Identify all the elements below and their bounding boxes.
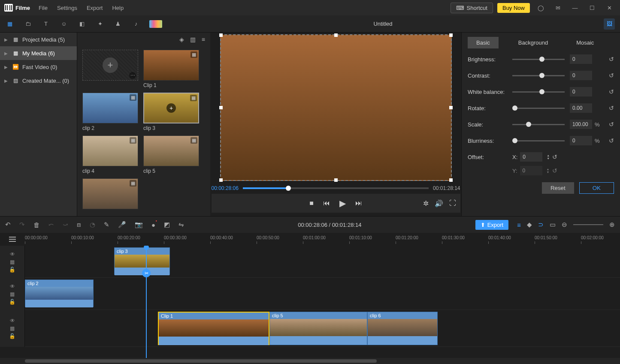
crop-icon[interactable]: ⧈ <box>77 221 81 229</box>
resize-handle[interactable] <box>334 178 338 182</box>
play-icon[interactable]: ▶ <box>339 198 346 208</box>
lock-icon[interactable]: 🔓 <box>9 333 15 339</box>
timeline-clip[interactable]: clip 2 <box>25 280 94 307</box>
minimize-icon[interactable]: — <box>569 1 581 14</box>
tab-mosaic[interactable]: Mosaic <box>568 37 602 48</box>
contrast-slider[interactable] <box>512 75 565 76</box>
offset-y-input[interactable] <box>520 166 542 175</box>
eye-icon[interactable]: 👁 <box>10 283 15 289</box>
menu-help[interactable]: Help <box>112 5 124 11</box>
audio-tool-icon[interactable]: ♪ <box>131 19 141 29</box>
color-icon[interactable]: ✎ <box>104 221 109 229</box>
sidebar-item-project-media[interactable]: ▶ ▦ Project Media (5) <box>0 33 77 46</box>
scissor-icon[interactable]: ✂ <box>142 269 151 277</box>
volume-icon[interactable]: 🔊 <box>435 199 443 208</box>
lock-icon[interactable]: 🔓 <box>9 299 15 305</box>
add-icon[interactable]: + <box>103 57 118 73</box>
timeline-scrollbar[interactable] <box>0 358 620 364</box>
split-right-icon[interactable]: ⤻ <box>63 221 68 229</box>
media-thumbnail[interactable]: ▦Clip 1 <box>143 50 199 88</box>
rotate-input[interactable] <box>570 103 592 113</box>
maximize-icon[interactable]: ☐ <box>586 1 599 14</box>
user-icon[interactable]: ◯ <box>534 1 547 14</box>
rotate-slider[interactable] <box>512 108 565 109</box>
mail-icon[interactable]: ✉ <box>551 1 564 14</box>
marker-icon[interactable]: ◆ <box>527 221 532 229</box>
tab-basic[interactable]: Basic <box>468 37 499 48</box>
pip-icon[interactable]: ◩ <box>164 221 170 229</box>
media-thumbnail[interactable]: +▦clip 3 <box>143 93 199 131</box>
spinner-icon[interactable]: ▲▼ <box>547 168 550 174</box>
more-icon[interactable]: ⋯ <box>129 72 136 79</box>
media-tool-icon[interactable]: ▦ <box>5 19 15 29</box>
offset-x-input[interactable] <box>520 152 542 162</box>
split-left-icon[interactable]: ⤺ <box>48 221 54 229</box>
resize-handle[interactable] <box>449 178 453 182</box>
whitebalance-input[interactable] <box>570 87 592 96</box>
media-thumbnail[interactable]: +⋯ <box>82 50 138 88</box>
timeline-ruler[interactable]: 00:00:00:0000:00:10:0000:00:20:0000:00:3… <box>25 233 620 246</box>
timeline-clip[interactable]: clip 5 <box>269 312 367 345</box>
zoom-slider[interactable] <box>573 224 603 225</box>
timeline-clip[interactable]: clip 3 <box>114 247 170 275</box>
brightness-input[interactable] <box>570 54 592 64</box>
align-icon[interactable]: ≡ <box>517 221 521 229</box>
media-thumbnail[interactable]: ▦clip 2 <box>82 93 138 131</box>
mic-icon[interactable]: 🎤 <box>118 221 126 229</box>
media-thumbnail[interactable]: ▦clip 4 <box>82 135 138 174</box>
reset-icon[interactable]: ↺ <box>609 88 614 95</box>
reset-icon[interactable]: ↺ <box>609 56 614 63</box>
sort-icon[interactable]: ≡ <box>202 36 205 43</box>
reset-icon[interactable]: ↺ <box>609 121 614 128</box>
redo-icon[interactable]: ↷ <box>19 221 25 229</box>
scale-input[interactable] <box>570 120 592 129</box>
resize-handle[interactable] <box>449 106 453 109</box>
spinner-icon[interactable]: ▲▼ <box>547 154 550 160</box>
eye-icon[interactable]: 👁 <box>10 251 15 257</box>
resize-handle[interactable] <box>219 178 223 182</box>
text-tool-icon[interactable]: T <box>41 19 51 29</box>
eye-icon[interactable]: 👁 <box>10 318 15 324</box>
mirror-icon[interactable]: ⇋ <box>178 221 184 229</box>
close-icon[interactable]: ✕ <box>603 1 616 14</box>
media-thumbnail[interactable]: ▦ <box>82 178 138 211</box>
media-thumbnail[interactable]: ▦clip 5 <box>143 135 199 174</box>
reset-icon[interactable]: ↺ <box>609 72 614 79</box>
sidebar-item-my-media[interactable]: ▶ ▦ My Media (6) <box>0 46 77 60</box>
fullscreen-icon[interactable]: ⛶ <box>449 199 456 208</box>
add-overlay-icon[interactable]: + <box>166 103 176 113</box>
next-frame-icon[interactable]: ⏭ <box>355 199 362 207</box>
ok-button[interactable]: OK <box>579 182 614 194</box>
menu-settings[interactable]: Settings <box>57 5 77 11</box>
sticker-tool-icon[interactable]: ☺ <box>59 19 69 29</box>
camera-icon[interactable]: 📷 <box>135 221 143 229</box>
avatar-tool-icon[interactable]: ♟ <box>113 19 123 29</box>
image-tool-icon[interactable]: 🖼 <box>604 18 615 30</box>
stop-icon[interactable]: ■ <box>309 199 314 207</box>
contrast-input[interactable] <box>570 71 592 80</box>
tab-background[interactable]: Background <box>510 37 556 48</box>
prev-frame-icon[interactable]: ⏮ <box>323 199 330 207</box>
track-menu-icon[interactable] <box>9 237 16 242</box>
scale-slider[interactable] <box>512 124 565 125</box>
undo-icon[interactable]: ↶ <box>5 221 11 229</box>
reset-icon[interactable]: ↺ <box>609 105 614 111</box>
sidebar-item-fast-video[interactable]: ▶ ⏩ Fast Video (0) <box>0 60 77 74</box>
reset-button[interactable]: Reset <box>542 182 574 194</box>
settings-icon[interactable]: ✲ <box>423 199 429 208</box>
resize-handle[interactable] <box>334 33 338 37</box>
preview-seek-slider[interactable] <box>243 187 429 189</box>
menu-export[interactable]: Export <box>87 5 103 11</box>
layers-icon[interactable]: ◈ <box>179 36 184 43</box>
speed-icon[interactable]: ◔ <box>90 221 95 229</box>
playhead[interactable]: ✂ <box>146 246 147 358</box>
shortcut-button[interactable]: ⌨ Shortcut <box>451 3 493 13</box>
whitebalance-slider[interactable] <box>512 91 565 93</box>
zoom-out-icon[interactable]: ⊖ <box>562 221 567 229</box>
transition-tool-icon[interactable]: ◧ <box>77 19 87 29</box>
rainbow-tool-icon[interactable] <box>149 20 162 28</box>
blurriness-input[interactable] <box>570 136 592 145</box>
preview-canvas[interactable] <box>220 34 452 181</box>
export-button[interactable]: ⬆ Export <box>475 220 509 230</box>
reset-icon[interactable]: ↺ <box>552 167 557 174</box>
